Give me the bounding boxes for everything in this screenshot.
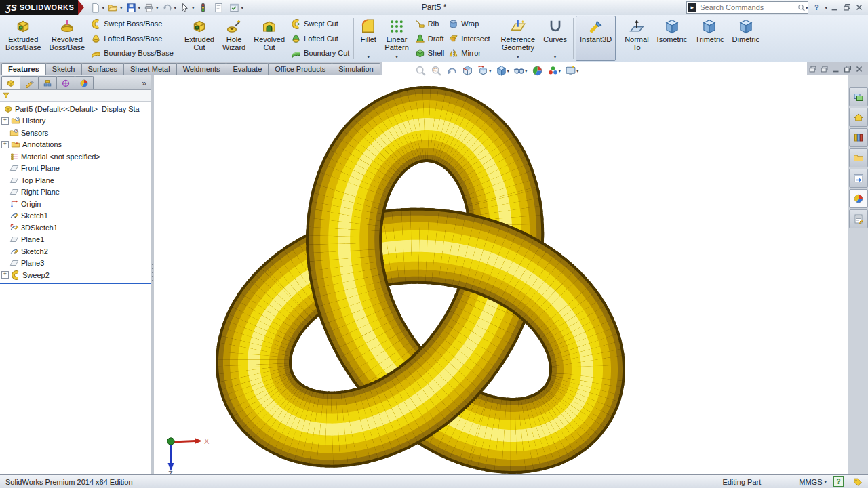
options-button-face[interactable] (228, 1, 241, 14)
undo-caret-icon[interactable]: ▾ (174, 5, 176, 10)
task-pane-view-palette-button[interactable] (849, 169, 868, 188)
new-document-button[interactable]: ▾ (88, 1, 104, 14)
reference-geometry-caret-icon[interactable]: ▾ (517, 54, 519, 60)
boundary-boss-base-button[interactable]: Boundary Boss/Base (91, 46, 174, 60)
curves-caret-icon[interactable]: ▾ (554, 54, 557, 60)
configuration-manager-tab[interactable] (38, 76, 57, 89)
rebuild-button[interactable] (197, 1, 210, 14)
tree-item-sketch2[interactable]: Sketch2 (0, 245, 151, 258)
close-button[interactable] (854, 3, 864, 12)
help-button[interactable]: ? (811, 2, 822, 13)
view-orientation-caret-icon[interactable]: ▾ (489, 68, 492, 73)
tree-item-sensors[interactable]: Sensors (0, 127, 151, 139)
swept-boss-base-button[interactable]: Swept Boss/Base (91, 17, 174, 30)
options-button[interactable]: ▾ (228, 1, 244, 14)
task-pane-appearances-scenes-button[interactable] (849, 189, 868, 208)
help-caret-icon[interactable]: ▾ (825, 5, 827, 10)
lofted-boss-base-button[interactable]: Lofted Boss/Base (91, 32, 174, 45)
print-button[interactable]: ▾ (142, 1, 159, 14)
revolved-cut-button[interactable]: RevolvedCut (250, 16, 289, 61)
hole-wizard-button[interactable]: HoleWizard (218, 16, 250, 61)
options-caret-icon[interactable]: ▾ (241, 5, 244, 10)
search-caret-icon[interactable]: ▾ (806, 5, 808, 10)
tree-item-origin[interactable]: Origin (0, 198, 151, 210)
zoom-to-fit-button[interactable] (414, 64, 428, 77)
tree-item-material-not-specified[interactable]: Material <not specified> (0, 150, 151, 163)
fillet-button[interactable]: Fillet▾ (356, 16, 380, 61)
dimetric-button[interactable]: Dimetric (728, 16, 764, 61)
tab-evaluate[interactable]: Evaluate (226, 63, 269, 75)
reference-geometry-button[interactable]: ReferenceGeometry▾ (496, 16, 539, 61)
expand-icon[interactable]: + (1, 117, 9, 125)
undo-button-face[interactable] (160, 1, 174, 14)
units-selector[interactable]: MMGS (799, 478, 822, 486)
splitter-handle[interactable] (151, 262, 153, 283)
search-commands-input[interactable] (698, 3, 797, 12)
open-caret-icon[interactable]: ▾ (120, 5, 123, 10)
shell-button[interactable]: Shell (415, 46, 444, 60)
tree-item-sweep2[interactable]: +Sweep2 (0, 269, 151, 281)
task-pane-file-explorer-button[interactable] (849, 148, 868, 167)
print-button-face[interactable] (142, 1, 156, 14)
doc-restore-button[interactable] (843, 64, 852, 74)
new-document-button-face[interactable] (88, 1, 102, 14)
tree-filter-row[interactable] (0, 90, 151, 102)
boundary-cut-button[interactable]: Boundary Cut (291, 46, 349, 60)
tab-sheet-metal[interactable]: Sheet Metal (123, 63, 177, 75)
graphics-viewport[interactable]: ▾▾▾▾▾ X Z (153, 62, 848, 474)
panel-splitter[interactable] (151, 75, 154, 474)
property-manager-tab[interactable] (20, 76, 39, 89)
display-style-caret-icon[interactable]: ▾ (507, 68, 510, 73)
extruded-boss-base-button[interactable]: ExtrudedBoss/Base (1, 16, 45, 61)
tree-item-annotations[interactable]: +AAnnotations (0, 139, 151, 151)
tree-item-history[interactable]: +History (0, 115, 151, 127)
previous-view-button[interactable] (445, 64, 459, 77)
search-icon[interactable] (797, 3, 806, 12)
expand-icon[interactable]: + (1, 271, 9, 279)
view-orientation-button[interactable]: ▾ (476, 64, 493, 77)
draft-button[interactable]: Draft (415, 32, 444, 45)
view-settings-button[interactable]: ▾ (564, 64, 580, 77)
doc-cascade-a-button[interactable] (808, 64, 818, 74)
curves-button[interactable]: Curves▾ (539, 16, 571, 61)
tree-item-sketch1[interactable]: Sketch1 (0, 210, 151, 222)
task-pane-custom-properties-button[interactable] (849, 209, 868, 228)
trimetric-button[interactable]: Trimetric (691, 16, 728, 61)
instant3d-button[interactable]: Instant3D (576, 16, 616, 61)
task-pane-design-library-button[interactable] (849, 128, 868, 147)
linear-pattern-button[interactable]: LinearPattern▾ (380, 16, 412, 61)
tab-office-products[interactable]: Office Products (268, 63, 332, 75)
tab-surfaces[interactable]: Surfaces (81, 63, 124, 75)
extruded-cut-button[interactable]: ExtrudedCut (180, 16, 218, 61)
save-button-face[interactable] (124, 1, 138, 14)
status-help-icon[interactable]: ? (833, 476, 844, 487)
fillet-caret-icon[interactable]: ▾ (368, 54, 370, 60)
tab-sketch[interactable]: Sketch (45, 63, 82, 75)
feature-manager-tab[interactable] (1, 76, 20, 89)
lofted-cut-button[interactable]: Lofted Cut (291, 32, 349, 45)
save-button[interactable]: ▾ (124, 1, 140, 14)
tree-item-3dsketch1[interactable]: 3DSketch1 (0, 222, 151, 234)
rib-button[interactable]: Rib (415, 17, 444, 30)
restore-button[interactable] (842, 3, 852, 12)
units-caret-icon[interactable]: ▾ (824, 479, 827, 484)
display-style-button[interactable]: ▾ (494, 64, 511, 77)
tags-button[interactable] (853, 476, 863, 486)
file-properties-button-face[interactable] (212, 1, 226, 14)
new-document-caret-icon[interactable]: ▾ (102, 5, 104, 10)
open-button-face[interactable] (106, 1, 120, 14)
print-caret-icon[interactable]: ▾ (156, 5, 159, 10)
apply-scene-caret-icon[interactable]: ▾ (559, 68, 561, 73)
select-button[interactable]: ▾ (178, 1, 195, 14)
tree-item-plane1[interactable]: Plane1 (0, 234, 151, 246)
display-manager-tab[interactable] (75, 76, 94, 89)
open-button[interactable]: ▾ (106, 1, 123, 14)
tree-item-right-plane[interactable]: Right Plane (0, 186, 151, 199)
doc-minimize-button[interactable] (831, 64, 841, 74)
rebuild-button-face[interactable] (197, 1, 210, 14)
minimize-button[interactable] (830, 3, 840, 12)
hide-show-items-caret-icon[interactable]: ▾ (525, 68, 528, 73)
wrap-button[interactable]: Wrap (448, 17, 490, 30)
revolved-boss-base-button[interactable]: RevolvedBoss/Base (45, 16, 90, 61)
normal-to-button[interactable]: NormalTo (620, 16, 652, 61)
